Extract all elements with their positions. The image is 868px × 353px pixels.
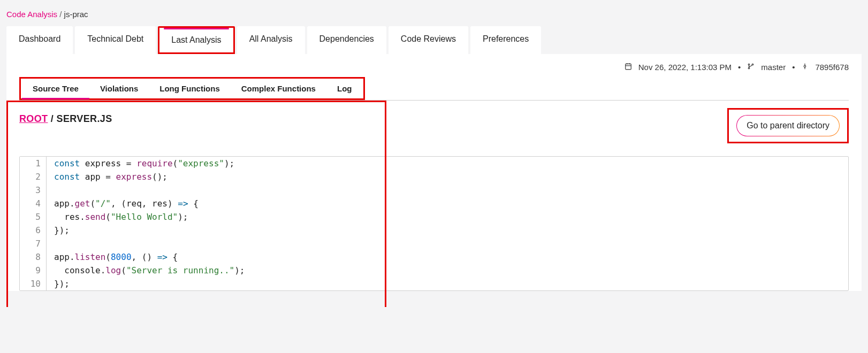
tab-dashboard[interactable]: Dashboard: [6, 26, 73, 54]
branch-icon: [747, 63, 755, 72]
subtab-source-tree[interactable]: Source Tree: [22, 79, 89, 98]
code-content: res.send("Hello World");: [47, 210, 188, 224]
commit-icon: [801, 63, 809, 72]
code-content: app.get("/", (req, res) => {: [47, 197, 199, 210]
line-number: 10: [20, 277, 47, 290]
code-line: 3: [20, 183, 848, 197]
code-line: 2const app = express();: [20, 170, 848, 183]
line-number: 1: [20, 157, 47, 170]
code-viewer: 1const express = require("express");2con…: [19, 156, 849, 291]
meta-separator: •: [738, 63, 741, 72]
code-content: });: [47, 277, 70, 290]
code-content: app.listen(8000, () => {: [47, 250, 178, 264]
subtab-complex-functions[interactable]: Complex Functions: [231, 79, 326, 98]
code-line: 1const express = require("express");: [20, 157, 848, 170]
line-number: 5: [20, 210, 47, 224]
line-number: 8: [20, 250, 47, 264]
code-line: 5 res.send("Hello World");: [20, 210, 848, 224]
commit-hash: 7895f678: [815, 63, 849, 72]
breadcrumb-current: js-prac: [64, 10, 88, 19]
tab-technical-debt[interactable]: Technical Debt: [75, 26, 156, 54]
annotation-box: Source TreeViolationsLong FunctionsCompl…: [19, 77, 365, 100]
svg-rect-0: [626, 64, 631, 69]
branch-name: master: [761, 63, 786, 72]
tab-dependencies[interactable]: Dependencies: [307, 26, 386, 54]
code-content: [47, 237, 59, 250]
primary-tabs: DashboardTechnical DebtLast AnalysisAll …: [6, 26, 862, 54]
meta-separator: •: [792, 63, 795, 72]
subtab-violations[interactable]: Violations: [89, 79, 149, 98]
tab-last-analysis[interactable]: Last Analysis: [158, 26, 234, 54]
go-to-parent-button[interactable]: Go to parent directory: [736, 115, 840, 136]
code-content: [47, 183, 59, 197]
tab-preferences[interactable]: Preferences: [470, 26, 541, 54]
code-content: const app = express();: [47, 170, 167, 183]
line-number: 3: [20, 183, 47, 197]
code-line: 4app.get("/", (req, res) => {: [20, 197, 848, 210]
main-card: Nov 26, 2022, 1:13:03 PM • master • 7895…: [6, 54, 862, 291]
tab-code-reviews[interactable]: Code Reviews: [389, 26, 468, 54]
breadcrumb-separator: /: [59, 10, 62, 19]
code-line: 10});: [20, 277, 848, 290]
tab-all-analysis[interactable]: All Analysis: [237, 26, 305, 54]
line-number: 9: [20, 264, 47, 277]
line-number: 2: [20, 170, 47, 183]
line-number: 6: [20, 224, 47, 237]
subtab-long-functions[interactable]: Long Functions: [149, 79, 230, 98]
code-line: 9 console.log("Server is running..");: [20, 264, 848, 277]
code-line: 7: [20, 237, 848, 250]
svg-point-4: [749, 64, 750, 65]
analysis-datetime: Nov 26, 2022, 1:13:03 PM: [638, 63, 732, 72]
breadcrumb-root-link[interactable]: Code Analysis: [6, 10, 57, 19]
file-path-separator: /: [51, 113, 57, 124]
code-content: const express = require("express");: [47, 157, 234, 170]
svg-point-5: [749, 67, 750, 69]
analysis-meta: Nov 26, 2022, 1:13:03 PM • master • 7895…: [19, 54, 849, 77]
code-content: });: [47, 224, 70, 237]
annotation-box: Go to parent directory: [727, 108, 849, 143]
file-path-file: SERVER.JS: [57, 113, 112, 124]
secondary-tabs: Source TreeViolationsLong FunctionsCompl…: [19, 77, 849, 101]
line-number: 7: [20, 237, 47, 250]
code-content: console.log("Server is running..");: [47, 264, 245, 277]
file-path-root-link[interactable]: ROOT: [19, 113, 48, 124]
breadcrumb: Code Analysis / js-prac: [6, 0, 862, 26]
svg-point-7: [804, 65, 806, 67]
calendar-icon: [625, 63, 632, 72]
file-path: ROOT / SERVER.JS: [19, 113, 112, 125]
subtab-log[interactable]: Log: [326, 79, 363, 98]
code-line: 6});: [20, 224, 848, 237]
code-line: 8app.listen(8000, () => {: [20, 250, 848, 264]
line-number: 4: [20, 197, 47, 210]
